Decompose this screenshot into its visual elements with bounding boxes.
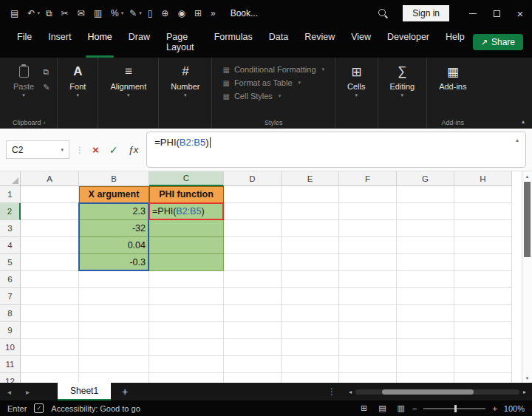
cell-D7[interactable] xyxy=(224,288,282,305)
cell-F1[interactable] xyxy=(339,186,397,203)
tab-developer[interactable]: Developer xyxy=(379,27,437,58)
copy-icon[interactable]: ⧉ xyxy=(41,8,57,18)
zoom-in-icon[interactable]: + xyxy=(492,404,497,413)
cut-icon[interactable]: ✂ xyxy=(57,8,73,18)
zoom-out-icon[interactable]: − xyxy=(412,404,417,413)
page-break-view-icon[interactable]: ▥ xyxy=(398,403,405,413)
cell-G6[interactable] xyxy=(397,271,454,288)
page-layout-view-icon[interactable]: ▤ xyxy=(378,403,386,413)
cell-E10[interactable] xyxy=(282,339,339,356)
column-header-E[interactable]: E xyxy=(282,171,339,186)
cell-G10[interactable] xyxy=(397,339,454,356)
more-commands-icon[interactable]: » xyxy=(206,8,220,18)
cell-G7[interactable] xyxy=(397,288,454,305)
cell-B12[interactable] xyxy=(79,373,149,383)
tab-data[interactable]: Data xyxy=(261,27,296,58)
cell-F5[interactable] xyxy=(339,254,397,271)
tab-home[interactable]: Home xyxy=(79,27,120,58)
row-header-12[interactable]: 12 xyxy=(0,373,21,383)
cell-B9[interactable] xyxy=(79,322,149,339)
cell-D1[interactable] xyxy=(224,186,282,203)
cell-C12[interactable] xyxy=(149,373,224,383)
zoom-slider[interactable] xyxy=(423,408,485,409)
horizontal-scrollbar-thumb[interactable] xyxy=(382,389,474,395)
new-sheet-button[interactable]: + xyxy=(111,383,139,400)
cell-B1[interactable]: X argument xyxy=(79,186,149,203)
cell-B8[interactable] xyxy=(79,305,149,322)
row-header-1[interactable]: 1 xyxy=(0,186,21,203)
cell-A6[interactable] xyxy=(21,271,79,288)
scroll-right-icon[interactable]: ▸ xyxy=(523,389,526,395)
row-header-7[interactable]: 7 xyxy=(0,288,21,305)
vertical-scrollbar[interactable]: ▴ ▾ xyxy=(522,171,532,383)
cell-B4[interactable]: 0.04 xyxy=(79,237,149,254)
camera-icon[interactable]: ◉ xyxy=(173,8,189,18)
print-icon[interactable]: ▥ xyxy=(89,8,106,18)
vertical-scrollbar-thumb[interactable] xyxy=(524,182,531,257)
tab-draw[interactable]: Draw xyxy=(120,27,158,58)
minimize-button[interactable] xyxy=(461,0,485,27)
cell-D4[interactable] xyxy=(224,237,282,254)
share-button[interactable]: ↗ Share xyxy=(473,34,523,50)
cell-C6[interactable] xyxy=(149,271,224,288)
select-all-button[interactable] xyxy=(0,171,21,186)
insert-function-icon[interactable]: ⊕ xyxy=(157,8,173,18)
tab-page-layout[interactable]: Page Layout xyxy=(158,27,206,58)
cell-E9[interactable] xyxy=(282,322,339,339)
cell-A2[interactable] xyxy=(21,203,79,220)
cell-B5[interactable]: -0.3 xyxy=(79,254,149,271)
addins-button[interactable]: ▦ Add-ins xyxy=(432,61,473,92)
cell-F9[interactable] xyxy=(339,322,397,339)
sheet-tab-sheet1[interactable]: Sheet1 xyxy=(58,383,111,400)
table-icon[interactable]: ⊞ xyxy=(190,8,206,18)
conditional-formatting-button[interactable]: ▦ Conditional Formatting ▾ xyxy=(219,63,328,76)
column-header-C[interactable]: C xyxy=(149,171,224,186)
zoom-level[interactable]: 100% xyxy=(504,404,525,413)
cell-A4[interactable] xyxy=(21,237,79,254)
cell-G9[interactable] xyxy=(397,322,454,339)
cell-E11[interactable] xyxy=(282,356,339,373)
cell-A9[interactable] xyxy=(21,322,79,339)
cell-A12[interactable] xyxy=(21,373,79,383)
cell-D10[interactable] xyxy=(224,339,282,356)
cell-C4[interactable] xyxy=(149,237,224,254)
cell-C11[interactable] xyxy=(149,356,224,373)
cell-F11[interactable] xyxy=(339,356,397,373)
new-document-icon[interactable]: ▯ xyxy=(143,8,157,18)
next-sheet-icon[interactable]: ▸ xyxy=(18,383,37,400)
save-icon[interactable]: ▤ xyxy=(6,8,23,18)
tab-file[interactable]: File xyxy=(9,27,40,58)
cell-A11[interactable] xyxy=(21,356,79,373)
format-as-table-button[interactable]: ▦ Format as Table ▾ xyxy=(219,76,328,89)
cell-E6[interactable] xyxy=(282,271,339,288)
cell-G12[interactable] xyxy=(397,373,454,383)
column-header-D[interactable]: D xyxy=(224,171,282,186)
cell-A3[interactable] xyxy=(21,220,79,237)
cell-G3[interactable] xyxy=(397,220,454,237)
cell-C3[interactable] xyxy=(149,220,224,237)
insert-function-button[interactable]: ƒx xyxy=(126,144,141,155)
format-painter-icon[interactable]: ✎ xyxy=(43,83,50,92)
cell-E5[interactable] xyxy=(282,254,339,271)
cell-G4[interactable] xyxy=(397,237,454,254)
formula-bar-drag-handle[interactable]: ⋮ xyxy=(75,145,84,155)
cell-D3[interactable] xyxy=(224,220,282,237)
cell-B11[interactable] xyxy=(79,356,149,373)
cell-F3[interactable] xyxy=(339,220,397,237)
cell-F10[interactable] xyxy=(339,339,397,356)
cell-H8[interactable] xyxy=(454,305,512,322)
sign-in-button[interactable]: Sign in xyxy=(403,5,449,21)
cell-E3[interactable] xyxy=(282,220,339,237)
name-box[interactable]: C2 ▾ xyxy=(6,140,69,159)
cell-E4[interactable] xyxy=(282,237,339,254)
close-button[interactable]: × xyxy=(508,0,532,27)
mail-icon[interactable]: ✉ xyxy=(73,8,89,18)
row-header-10[interactable]: 10 xyxy=(0,339,21,356)
enter-button[interactable]: ✓ xyxy=(107,144,120,156)
paste-button[interactable]: Paste ▾ xyxy=(7,61,41,100)
cell-F4[interactable] xyxy=(339,237,397,254)
number-button[interactable]: # Number ▾ xyxy=(164,61,206,100)
sheetbar-menu-icon[interactable]: ⋮ xyxy=(321,383,343,400)
alignment-button[interactable]: ≡ Alignment ▾ xyxy=(103,61,153,100)
cell-C9[interactable] xyxy=(149,322,224,339)
